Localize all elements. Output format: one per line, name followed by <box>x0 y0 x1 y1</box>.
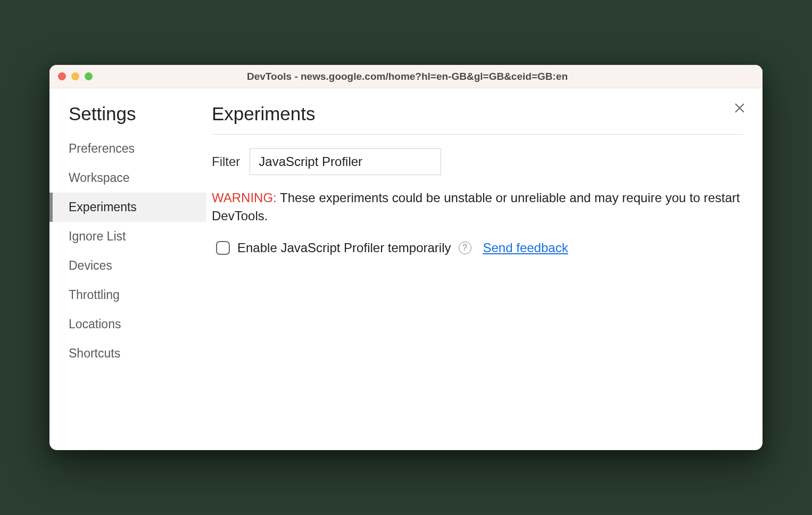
send-feedback-link[interactable]: Send feedback <box>483 240 568 255</box>
experiment-checkbox[interactable] <box>216 241 230 255</box>
window-minimize-button[interactable] <box>71 72 79 80</box>
filter-row: Filter <box>212 148 743 175</box>
help-icon[interactable]: ? <box>459 242 471 254</box>
panel-title: Experiments <box>212 103 743 135</box>
filter-label: Filter <box>212 154 240 169</box>
warning-prefix: WARNING: <box>212 190 277 205</box>
settings-sidebar: Settings Preferences Workspace Experimen… <box>49 88 206 450</box>
warning-text: WARNING: These experiments could be unst… <box>212 189 743 225</box>
titlebar: DevTools - news.google.com/home?hl=en-GB… <box>49 65 763 88</box>
warning-body: These experiments could be unstable or u… <box>212 190 740 223</box>
sidebar-item-throttling[interactable]: Throttling <box>49 280 206 310</box>
main-panel: Experiments Filter WARNING: These experi… <box>206 88 763 450</box>
window-title: DevTools - news.google.com/home?hl=en-GB… <box>93 71 754 82</box>
window-maximize-button[interactable] <box>85 72 93 80</box>
experiment-label: Enable JavaScript Profiler temporarily <box>237 240 451 255</box>
sidebar-title: Settings <box>49 103 206 134</box>
sidebar-item-ignore-list[interactable]: Ignore List <box>49 222 206 251</box>
sidebar-item-shortcuts[interactable]: Shortcuts <box>49 339 206 368</box>
sidebar-item-experiments[interactable]: Experiments <box>49 193 206 222</box>
traffic-lights <box>58 72 93 80</box>
close-icon <box>734 102 745 114</box>
sidebar-item-preferences[interactable]: Preferences <box>49 134 206 163</box>
sidebar-item-workspace[interactable]: Workspace <box>49 163 206 193</box>
window-close-button[interactable] <box>58 72 66 80</box>
devtools-window: DevTools - news.google.com/home?hl=en-GB… <box>49 65 763 450</box>
sidebar-item-devices[interactable]: Devices <box>49 251 206 280</box>
sidebar-item-locations[interactable]: Locations <box>49 310 206 339</box>
experiment-row: Enable JavaScript Profiler temporarily ?… <box>212 240 743 255</box>
filter-input[interactable] <box>250 148 441 175</box>
close-settings-button[interactable] <box>732 100 748 116</box>
content: Settings Preferences Workspace Experimen… <box>49 88 763 450</box>
